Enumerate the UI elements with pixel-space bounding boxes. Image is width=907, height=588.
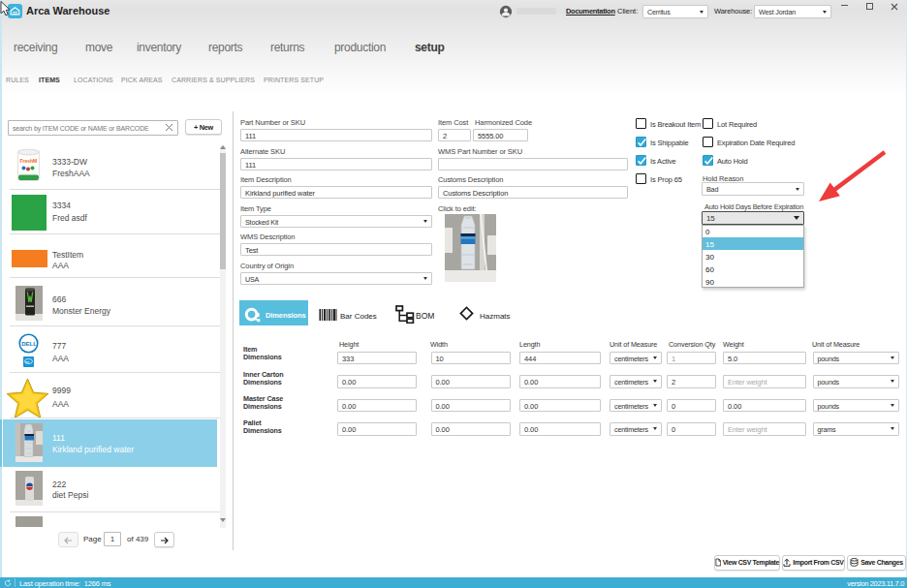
svg-text:FreshM: FreshM [20, 158, 38, 164]
svg-text:DELL: DELL [21, 341, 37, 347]
